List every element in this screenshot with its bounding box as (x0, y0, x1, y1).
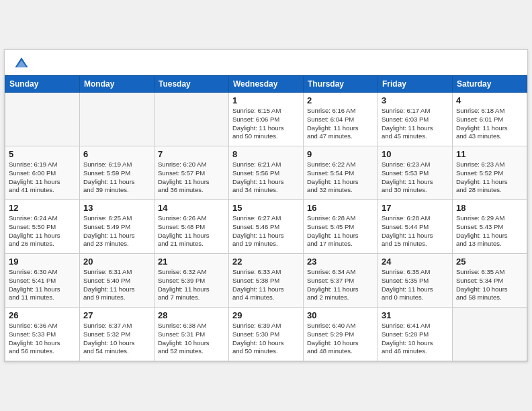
weekday-header-tuesday: Tuesday (154, 76, 229, 93)
day-number: 22 (232, 257, 300, 267)
day-info: Sunrise: 6:29 AM Sunset: 5:43 PM Dayligh… (456, 214, 523, 248)
day-number: 17 (382, 203, 449, 213)
week-row-4: 19Sunrise: 6:30 AM Sunset: 5:41 PM Dayli… (5, 254, 527, 308)
day-number: 6 (83, 149, 150, 159)
day-cell: 21Sunrise: 6:32 AM Sunset: 5:39 PM Dayli… (154, 254, 229, 308)
day-number: 7 (158, 149, 225, 159)
day-cell: 15Sunrise: 6:27 AM Sunset: 5:46 PM Dayli… (229, 200, 304, 254)
day-cell (453, 308, 527, 361)
day-cell: 11Sunrise: 6:23 AM Sunset: 5:52 PM Dayli… (453, 146, 527, 200)
day-cell: 3Sunrise: 6:17 AM Sunset: 6:03 PM Daylig… (378, 93, 453, 146)
day-number: 23 (307, 257, 374, 267)
day-cell: 6Sunrise: 6:19 AM Sunset: 5:59 PM Daylig… (80, 146, 154, 200)
weekday-header-row: SundayMondayTuesdayWednesdayThursdayFrid… (5, 76, 527, 93)
day-cell (154, 93, 229, 146)
day-cell: 10Sunrise: 6:23 AM Sunset: 5:53 PM Dayli… (378, 146, 453, 200)
day-number: 10 (382, 149, 449, 159)
day-number: 26 (9, 310, 76, 320)
day-info: Sunrise: 6:24 AM Sunset: 5:50 PM Dayligh… (9, 214, 76, 248)
day-number: 20 (83, 257, 150, 267)
day-info: Sunrise: 6:39 AM Sunset: 5:30 PM Dayligh… (232, 322, 300, 356)
logo-area (14, 56, 32, 71)
day-number: 2 (307, 95, 374, 105)
day-info: Sunrise: 6:32 AM Sunset: 5:39 PM Dayligh… (158, 268, 225, 302)
day-cell: 4Sunrise: 6:18 AM Sunset: 6:01 PM Daylig… (453, 93, 527, 146)
day-info: Sunrise: 6:23 AM Sunset: 5:52 PM Dayligh… (456, 161, 523, 195)
day-number: 12 (9, 203, 76, 213)
day-info: Sunrise: 6:18 AM Sunset: 6:01 PM Dayligh… (456, 107, 523, 141)
day-cell: 14Sunrise: 6:26 AM Sunset: 5:48 PM Dayli… (154, 200, 229, 254)
day-number: 27 (83, 310, 150, 320)
day-cell: 30Sunrise: 6:40 AM Sunset: 5:29 PM Dayli… (304, 308, 378, 361)
day-info: Sunrise: 6:19 AM Sunset: 5:59 PM Dayligh… (83, 161, 150, 195)
day-number: 14 (158, 203, 225, 213)
day-number: 21 (158, 257, 225, 267)
day-info: Sunrise: 6:35 AM Sunset: 5:34 PM Dayligh… (456, 268, 523, 302)
day-number: 25 (456, 257, 523, 267)
day-cell: 26Sunrise: 6:36 AM Sunset: 5:33 PM Dayli… (5, 308, 80, 361)
day-cell: 23Sunrise: 6:34 AM Sunset: 5:37 PM Dayli… (304, 254, 378, 308)
day-info: Sunrise: 6:16 AM Sunset: 6:04 PM Dayligh… (307, 107, 374, 141)
day-info: Sunrise: 6:33 AM Sunset: 5:38 PM Dayligh… (232, 268, 300, 302)
day-cell: 13Sunrise: 6:25 AM Sunset: 5:49 PM Dayli… (80, 200, 154, 254)
week-row-2: 5Sunrise: 6:19 AM Sunset: 6:00 PM Daylig… (5, 146, 527, 200)
day-cell: 22Sunrise: 6:33 AM Sunset: 5:38 PM Dayli… (229, 254, 304, 308)
day-info: Sunrise: 6:30 AM Sunset: 5:41 PM Dayligh… (9, 268, 76, 302)
day-number: 18 (456, 203, 523, 213)
day-info: Sunrise: 6:37 AM Sunset: 5:32 PM Dayligh… (83, 322, 150, 356)
day-number: 4 (456, 95, 523, 105)
day-cell: 25Sunrise: 6:35 AM Sunset: 5:34 PM Dayli… (453, 254, 527, 308)
day-cell: 7Sunrise: 6:20 AM Sunset: 5:57 PM Daylig… (154, 146, 229, 200)
weekday-header-sunday: Sunday (5, 76, 80, 93)
day-cell: 20Sunrise: 6:31 AM Sunset: 5:40 PM Dayli… (80, 254, 154, 308)
day-cell: 1Sunrise: 6:15 AM Sunset: 6:06 PM Daylig… (229, 93, 304, 146)
weekday-header-friday: Friday (378, 76, 453, 93)
day-cell: 16Sunrise: 6:28 AM Sunset: 5:45 PM Dayli… (304, 200, 378, 254)
day-cell: 27Sunrise: 6:37 AM Sunset: 5:32 PM Dayli… (80, 308, 154, 361)
day-cell: 29Sunrise: 6:39 AM Sunset: 5:30 PM Dayli… (229, 308, 304, 361)
week-row-5: 26Sunrise: 6:36 AM Sunset: 5:33 PM Dayli… (5, 308, 527, 361)
day-number: 1 (232, 95, 300, 105)
day-info: Sunrise: 6:15 AM Sunset: 6:06 PM Dayligh… (232, 107, 300, 141)
day-number: 29 (232, 310, 300, 320)
day-info: Sunrise: 6:25 AM Sunset: 5:49 PM Dayligh… (83, 214, 150, 248)
day-info: Sunrise: 6:22 AM Sunset: 5:54 PM Dayligh… (307, 161, 374, 195)
day-cell: 17Sunrise: 6:28 AM Sunset: 5:44 PM Dayli… (378, 200, 453, 254)
day-info: Sunrise: 6:23 AM Sunset: 5:53 PM Dayligh… (382, 161, 449, 195)
day-info: Sunrise: 6:27 AM Sunset: 5:46 PM Dayligh… (232, 214, 300, 248)
day-number: 8 (232, 149, 300, 159)
day-number: 3 (382, 95, 449, 105)
week-row-1: 1Sunrise: 6:15 AM Sunset: 6:06 PM Daylig… (5, 93, 527, 146)
week-row-3: 12Sunrise: 6:24 AM Sunset: 5:50 PM Dayli… (5, 200, 527, 254)
day-info: Sunrise: 6:20 AM Sunset: 5:57 PM Dayligh… (158, 161, 225, 195)
calendar-grid: SundayMondayTuesdayWednesdayThursdayFrid… (5, 75, 527, 361)
day-info: Sunrise: 6:40 AM Sunset: 5:29 PM Dayligh… (307, 322, 374, 356)
day-cell: 19Sunrise: 6:30 AM Sunset: 5:41 PM Dayli… (5, 254, 80, 308)
day-info: Sunrise: 6:35 AM Sunset: 5:35 PM Dayligh… (382, 268, 449, 302)
day-cell: 8Sunrise: 6:21 AM Sunset: 5:56 PM Daylig… (229, 146, 304, 200)
logo-icon (14, 56, 29, 71)
day-cell (5, 93, 80, 146)
day-cell: 5Sunrise: 6:19 AM Sunset: 6:00 PM Daylig… (5, 146, 80, 200)
day-number: 11 (456, 149, 523, 159)
day-info: Sunrise: 6:26 AM Sunset: 5:48 PM Dayligh… (158, 214, 225, 248)
day-cell: 28Sunrise: 6:38 AM Sunset: 5:31 PM Dayli… (154, 308, 229, 361)
day-info: Sunrise: 6:36 AM Sunset: 5:33 PM Dayligh… (9, 322, 76, 356)
weekday-header-monday: Monday (80, 76, 154, 93)
day-info: Sunrise: 6:19 AM Sunset: 6:00 PM Dayligh… (9, 161, 76, 195)
day-cell: 24Sunrise: 6:35 AM Sunset: 5:35 PM Dayli… (378, 254, 453, 308)
day-number: 24 (382, 257, 449, 267)
day-info: Sunrise: 6:41 AM Sunset: 5:28 PM Dayligh… (382, 322, 449, 356)
day-info: Sunrise: 6:34 AM Sunset: 5:37 PM Dayligh… (307, 268, 374, 302)
day-info: Sunrise: 6:38 AM Sunset: 5:31 PM Dayligh… (158, 322, 225, 356)
day-cell: 9Sunrise: 6:22 AM Sunset: 5:54 PM Daylig… (304, 146, 378, 200)
day-info: Sunrise: 6:28 AM Sunset: 5:44 PM Dayligh… (382, 214, 449, 248)
day-cell (80, 93, 154, 146)
day-number: 31 (382, 310, 449, 320)
day-number: 9 (307, 149, 374, 159)
day-number: 16 (307, 203, 374, 213)
day-cell: 18Sunrise: 6:29 AM Sunset: 5:43 PM Dayli… (453, 200, 527, 254)
day-number: 13 (83, 203, 150, 213)
calendar-container: SundayMondayTuesdayWednesdayThursdayFrid… (4, 49, 528, 362)
day-number: 28 (158, 310, 225, 320)
